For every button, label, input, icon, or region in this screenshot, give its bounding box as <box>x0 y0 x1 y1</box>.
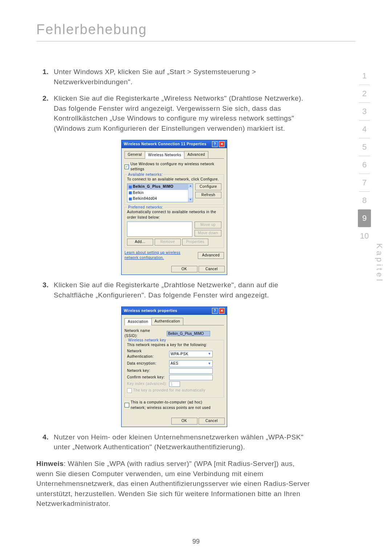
network-item-1[interactable]: Belkin_G_Plus_MIMO <box>127 184 193 190</box>
learn-link[interactable]: Learn about setting up wireless network … <box>124 250 183 261</box>
scroll-down-icon[interactable]: ▼ <box>188 198 193 202</box>
tab-advanced[interactable]: Advanced <box>184 151 208 158</box>
remove-button[interactable]: Remove <box>155 239 181 245</box>
step-3-text: Klicken Sie auf die Registerkarte „Draht… <box>54 280 312 300</box>
close-icon[interactable]: ✕ <box>219 308 225 314</box>
nav-1[interactable]: 1 <box>358 67 371 85</box>
move-down-button[interactable]: Move down <box>195 230 221 237</box>
nav-9[interactable]: 9 <box>358 210 371 227</box>
properties-button[interactable]: Properties <box>182 239 208 245</box>
step-2-text: Klicken Sie auf die Registerkarte „Wirel… <box>54 93 312 133</box>
network-key-label: Network key: <box>127 368 167 374</box>
dialog-wireless-connection-properties: Wireless Network Connection 11 Propertie… <box>121 140 227 275</box>
network-auth-select[interactable]: WPA-PSK▼ <box>169 351 213 358</box>
signal-icon <box>129 191 132 194</box>
confirm-key-label: Confirm network key: <box>127 375 167 380</box>
configure-button[interactable]: Configure <box>195 183 221 190</box>
step-3-num: 3. <box>36 280 49 300</box>
available-networks-text: To connect to an available network, clic… <box>127 177 221 182</box>
key-index-label: Key index (advanced): <box>127 381 167 387</box>
checkbox-use-windows[interactable]: ✓ <box>124 165 129 169</box>
dialog-wireless-network-properties: Wireless network properties ? ✕ Associat… <box>121 307 227 427</box>
step-3: 3. Klicken Sie auf die Registerkarte „Dr… <box>36 280 312 300</box>
cancel-button[interactable]: Cancel <box>199 266 225 273</box>
advanced-button[interactable]: Advanced <box>198 252 224 259</box>
key-index-input <box>169 381 180 387</box>
checkbox-adhoc[interactable] <box>124 403 129 407</box>
wireless-key-legend: Wireless network key <box>127 338 167 343</box>
data-encryption-select[interactable]: AES▼ <box>169 360 213 367</box>
refresh-button[interactable]: Refresh <box>195 192 221 199</box>
available-networks-legend: Available networks: <box>127 172 164 178</box>
ok-button[interactable]: OK <box>171 418 197 425</box>
checkbox-adhoc-label: This is a computer-to-computer (ad hoc) … <box>131 400 218 410</box>
step-4-text: Nutzer von Heim- oder kleinen Unternehme… <box>54 432 312 452</box>
preferred-networks-text: Automatically connect to available netwo… <box>127 210 221 220</box>
available-networks-list[interactable]: Belkin_G_Plus_MIMO Belkin Belkin84dd04 ▲… <box>127 183 193 202</box>
help-icon[interactable]: ? <box>212 308 218 314</box>
step-4: 4. Nutzer von Heim- oder kleinen Unterne… <box>36 432 312 452</box>
step-4-num: 4. <box>36 432 49 452</box>
network-key-input[interactable] <box>169 368 213 374</box>
step-2: 2. Klicken Sie auf die Registerkarte „Wi… <box>36 93 312 133</box>
nav-3[interactable]: 3 <box>358 103 371 120</box>
page-number: 99 <box>0 538 392 545</box>
ssid-label: Network name (SSID): <box>124 328 164 339</box>
nav-6[interactable]: 6 <box>358 156 371 174</box>
cancel-button[interactable]: Cancel <box>199 418 225 425</box>
help-icon[interactable]: ? <box>212 141 218 147</box>
nav-4[interactable]: 4 <box>358 121 371 138</box>
nav-5[interactable]: 5 <box>358 138 371 156</box>
network-item-2[interactable]: Belkin <box>127 190 193 196</box>
checkbox-key-auto-label: The key is provided for me automatically <box>133 388 205 393</box>
checkbox-use-windows-label: Use Windows to configure my wireless net… <box>130 162 224 172</box>
tab-wireless-networks[interactable]: Wireless Networks <box>145 151 184 159</box>
nav-2[interactable]: 2 <box>358 85 371 102</box>
dialog1-titlebar[interactable]: Wireless Network Connection 11 Propertie… <box>122 140 227 148</box>
tab-general[interactable]: General <box>124 151 145 158</box>
close-icon[interactable]: ✕ <box>219 141 225 147</box>
title-rule <box>36 41 356 41</box>
nav-8[interactable]: 8 <box>358 192 371 209</box>
network-item-3[interactable]: Belkin84dd04 <box>127 196 193 202</box>
confirm-key-input[interactable] <box>169 375 213 380</box>
preferred-networks-legend: Preferred networks: <box>127 205 164 210</box>
dialog2-titlebar[interactable]: Wireless network properties ? ✕ <box>122 307 227 315</box>
note-label: Hinweis <box>36 460 64 467</box>
chevron-down-icon: ▼ <box>208 361 211 366</box>
tab-authentication[interactable]: Authentication <box>151 318 183 325</box>
note-paragraph: Hinweis: Wählen Sie „WPA (with radius se… <box>36 459 312 509</box>
page-title: Fehlerbehebung <box>36 22 356 37</box>
wireless-key-text: This network requires a key for the foll… <box>127 342 221 348</box>
step-1: 1. Unter Windows XP, klicken Sie auf „St… <box>36 67 312 87</box>
signal-icon <box>129 186 132 188</box>
nav-7[interactable]: 7 <box>358 174 371 191</box>
step-2-num: 2. <box>36 93 49 133</box>
signal-icon <box>129 198 132 200</box>
scrollbar[interactable]: ▲▼ <box>188 184 193 202</box>
step-1-num: 1. <box>36 67 49 87</box>
ssid-input[interactable] <box>167 331 210 336</box>
move-up-button[interactable]: Move up <box>195 222 221 228</box>
dialog2-title: Wireless network properties <box>124 308 177 314</box>
dialog1-title: Wireless Network Connection 11 Propertie… <box>124 142 207 147</box>
nav-10[interactable]: 10 <box>358 227 371 245</box>
step-1-text: Unter Windows XP, klicken Sie auf „Start… <box>54 67 312 87</box>
network-auth-label: Network Authentication: <box>127 349 167 359</box>
data-encryption-label: Data encryption: <box>127 361 167 366</box>
note-text: : Wählen Sie „WPA (with radius server)" … <box>36 460 310 507</box>
ok-button[interactable]: OK <box>171 266 197 273</box>
chapter-nav: 1 2 3 4 5 6 7 8 9 10 <box>358 67 371 245</box>
tab-association[interactable]: Association <box>124 318 152 325</box>
section-label: Kapitel <box>375 243 384 283</box>
add-button[interactable]: Add... <box>127 239 153 245</box>
scroll-up-icon[interactable]: ▲ <box>188 184 193 188</box>
chevron-down-icon: ▼ <box>208 352 211 356</box>
preferred-networks-list[interactable] <box>127 222 192 237</box>
checkbox-key-auto <box>127 388 132 393</box>
